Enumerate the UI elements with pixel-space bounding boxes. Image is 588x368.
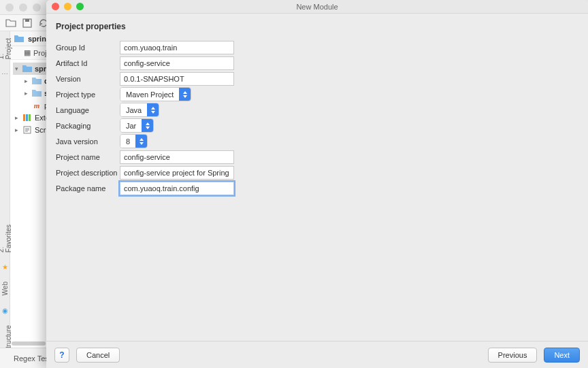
library-icon xyxy=(22,113,32,122)
dialog-body: Project properties Group Id Artifact Id … xyxy=(46,14,588,341)
packaging-select[interactable]: Jar xyxy=(120,118,154,133)
label-group-id: Group Id xyxy=(56,44,120,52)
folder-icon xyxy=(32,88,42,98)
dialog-traffic-lights xyxy=(52,3,84,10)
label-project-description: Project description xyxy=(56,169,120,177)
folder-icon xyxy=(14,35,24,43)
project-description-field[interactable] xyxy=(120,166,234,180)
help-button[interactable]: ? xyxy=(54,348,69,363)
section-title: Project properties xyxy=(56,22,578,31)
packaging-value: Jar xyxy=(120,119,142,132)
globe-icon: ◉ xyxy=(2,307,8,314)
save-icon[interactable] xyxy=(22,18,33,29)
label-artifact-id: Artifact Id xyxy=(56,59,120,67)
statusbar-text: Regex Tes xyxy=(14,354,49,363)
version-field[interactable] xyxy=(120,72,234,86)
project-type-select[interactable]: Maven Project xyxy=(120,87,191,101)
back-traffic-max xyxy=(33,3,41,12)
label-project-name: Project name xyxy=(56,153,120,161)
previous-button[interactable]: Previous xyxy=(488,348,538,363)
rail-project-label[interactable]: 1: Project xyxy=(0,38,12,59)
chevron-right-icon: ▸ xyxy=(13,127,20,133)
horizontal-scrollbar[interactable] xyxy=(12,341,46,346)
cancel-button[interactable]: Cancel xyxy=(76,348,120,363)
zoom-icon[interactable] xyxy=(76,3,84,10)
language-value: Java xyxy=(120,103,147,116)
dialog-footer: ? Cancel Previous Next xyxy=(46,341,588,368)
group-id-field[interactable] xyxy=(120,41,234,54)
dialog-title: New Module xyxy=(296,3,338,11)
label-package-name: Package name xyxy=(56,184,120,193)
select-stepper-icon xyxy=(147,103,159,116)
label-version: Version xyxy=(56,75,120,83)
select-stepper-icon xyxy=(142,119,153,132)
scratches-icon xyxy=(22,125,32,135)
label-java-version: Java version xyxy=(56,137,120,146)
left-tool-rail: 1: Project ⋯ 2: Favorites ★ Web ◉ 7: Str… xyxy=(0,31,10,348)
label-packaging: Packaging xyxy=(56,122,120,130)
java-version-select[interactable]: 8 xyxy=(120,134,148,148)
close-icon[interactable] xyxy=(52,3,59,10)
label-project-type: Project type xyxy=(56,90,120,99)
folder-open-icon[interactable] xyxy=(5,18,16,29)
java-version-value: 8 xyxy=(120,135,135,148)
project-name-field[interactable] xyxy=(120,150,234,164)
select-stepper-icon xyxy=(179,88,191,101)
artifact-id-field[interactable] xyxy=(120,56,234,70)
select-stepper-icon xyxy=(135,135,147,148)
rail-divider-icon: ⋯ xyxy=(1,70,8,78)
svg-rect-1 xyxy=(25,19,29,22)
svg-rect-4 xyxy=(29,114,31,121)
chevron-right-icon: ▸ xyxy=(13,114,20,121)
back-traffic-close xyxy=(5,3,14,12)
project-type-value: Maven Project xyxy=(120,88,179,101)
next-button[interactable]: Next xyxy=(544,348,580,363)
dialog-titlebar[interactable]: New Module xyxy=(46,0,588,14)
minimize-icon[interactable] xyxy=(64,3,71,10)
new-module-dialog: New Module Project properties Group Id A… xyxy=(46,0,588,368)
label-language: Language xyxy=(56,106,120,114)
chevron-right-icon: ▸ xyxy=(22,78,29,84)
maven-file-icon: m xyxy=(32,101,42,110)
folder-icon xyxy=(32,76,42,86)
rail-favorites-label[interactable]: 2: Favorites xyxy=(0,224,12,252)
rail-web-label[interactable]: Web xyxy=(1,282,9,295)
package-name-field[interactable] xyxy=(120,182,234,195)
chevron-right-icon: ▸ xyxy=(22,90,29,97)
chevron-down-icon: ▾ xyxy=(13,65,20,72)
back-traffic-min xyxy=(19,3,27,12)
folder-icon xyxy=(22,64,32,73)
language-select[interactable]: Java xyxy=(120,103,159,117)
star-icon: ★ xyxy=(2,263,8,271)
svg-rect-3 xyxy=(26,114,28,121)
svg-rect-2 xyxy=(23,114,25,121)
